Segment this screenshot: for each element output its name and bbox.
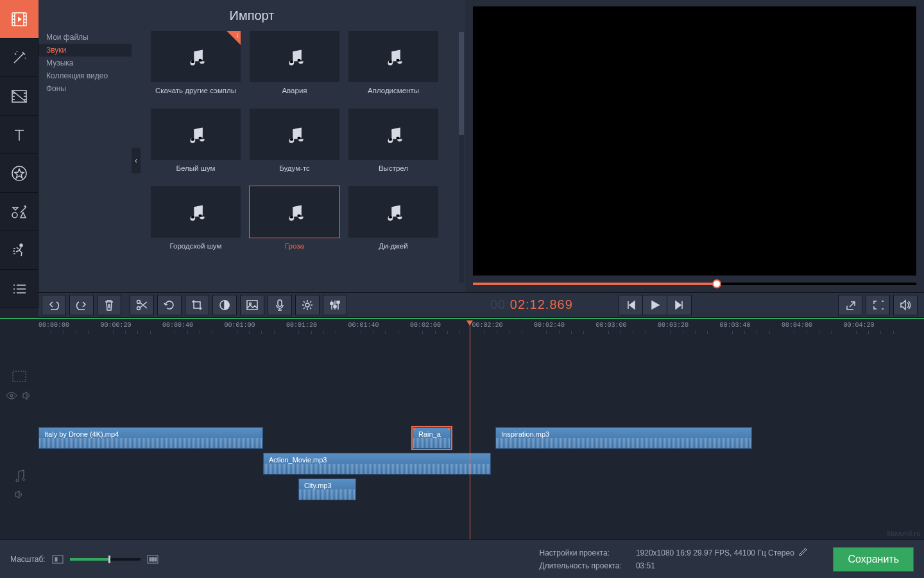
preview-scrub[interactable] [473,283,916,285]
image-button[interactable] [240,295,264,315]
ruler-tick: 00:02:20 [472,322,503,329]
category-item[interactable]: Мои файлы [38,31,132,44]
import-categories: Мои файлыЗвукиМузыкаКоллекция видеоФоны [38,31,132,292]
edit-settings-icon[interactable] [798,548,807,557]
svg-point-14 [297,137,300,139]
tile-label: Авария [250,82,339,103]
import-tile[interactable]: Скачать другие сэмплы [151,31,241,103]
preview-panel [465,0,924,292]
scrollbar[interactable] [459,32,464,283]
duration-label: Длительность проекта: [540,561,622,570]
play-button[interactable] [643,295,667,315]
play-icon [651,300,660,310]
crop-button[interactable] [185,295,209,315]
svg-point-5 [191,60,194,63]
undo-button[interactable] [42,295,66,315]
shapes-arrow-icon [10,204,28,220]
mode-more[interactable] [0,270,38,308]
video-track-icon[interactable] [0,367,38,386]
delete-button[interactable] [97,295,121,315]
svg-point-8 [297,59,300,62]
import-grid: Скачать другие сэмплыАварияАплодисментыБ… [132,31,465,292]
category-item[interactable]: Коллекция видео [38,69,132,82]
svg-point-22 [396,215,399,217]
volume-button[interactable] [893,295,918,315]
prev-button[interactable] [619,295,643,315]
project-info: Настройки проекта: 1920x1080 16:9 29.97 … [540,548,808,570]
mode-import[interactable] [0,0,38,39]
record-audio-button[interactable] [268,295,292,315]
next-button[interactable] [667,295,692,315]
audio-mute-icon[interactable] [0,485,38,504]
clip-label: Italy by Drone (4K).mp4 [44,430,119,438]
preview-video[interactable] [473,6,916,276]
runner-icon [10,242,28,259]
color-button[interactable] [212,295,237,315]
mode-callouts[interactable] [0,193,38,231]
svg-point-6 [198,59,201,62]
svg-rect-33 [13,371,26,381]
tile-label: Ди-джей [348,238,438,259]
crop-icon [191,299,203,311]
clip-label: Action_Movie.mp3 [269,456,327,464]
ruler-tick: 00:00:40 [162,322,193,329]
mode-filters[interactable] [0,39,38,77]
settings-value: 1920x1080 16:9 29.97 FPS, 44100 Гц Стере… [636,548,794,557]
skip-back-icon [626,300,636,310]
split-button[interactable] [130,295,154,315]
import-tile[interactable]: Будум-тс [250,109,339,181]
import-tile[interactable]: Выстрел [348,109,438,181]
collapse-sidebar[interactable]: ‹ [132,148,141,173]
ruler[interactable]: 00:00:0000:00:2000:00:4000:01:0000:01:20… [38,322,924,341]
svg-point-15 [389,138,392,141]
equalizer-button[interactable] [323,295,347,315]
import-tile[interactable]: Белый шум [151,109,241,181]
clip-properties-button[interactable] [295,295,320,315]
rotate-icon [163,299,176,311]
rotate-button[interactable] [157,295,182,315]
timeline-clip[interactable]: Italy by Drone (4K).mp4 [38,427,263,449]
category-item[interactable]: Фоны [38,82,132,95]
fullscreen-button[interactable] [866,295,890,315]
import-tile[interactable]: Ди-джей [348,186,438,259]
import-tile[interactable]: Аплодисменты [348,31,438,103]
mode-animation[interactable] [0,231,38,270]
category-item[interactable]: Музыка [38,57,132,69]
audio-track-icon[interactable] [0,466,38,485]
timeline-clip[interactable]: Rain_a [413,427,451,449]
svg-point-4 [20,244,22,247]
zoom-slider[interactable] [70,558,141,561]
ruler-tick: 00:03:20 [658,322,689,329]
timeline-clip[interactable]: Action_Movie.mp3 [263,453,491,475]
import-tile[interactable]: Авария [250,31,339,103]
sliders-icon [329,299,341,311]
mode-titles[interactable] [0,116,38,154]
import-panel: Импорт Мои файлыЗвукиМузыкаКоллекция вид… [38,0,465,292]
zoom-label: Масштаб: [10,555,46,564]
redo-button[interactable] [69,295,94,315]
wand-icon [11,49,28,66]
ruler-tick: 00:03:00 [596,322,627,329]
save-button[interactable]: Сохранить [833,547,914,572]
gear-icon [301,299,314,311]
svg-point-10 [396,59,399,62]
zoom-control: Масштаб: [10,555,158,564]
import-tile[interactable]: Городской шум [151,186,241,259]
import-tile[interactable]: Гроза [250,186,339,259]
mute-track-icon[interactable] [8,386,46,405]
star-circle-icon [11,165,28,182]
tracks[interactable]: Italy by Drone (4K).mp4Rain_aInspiration… [38,344,924,539]
zoom-out-icon[interactable] [52,555,64,564]
svg-rect-36 [55,557,57,561]
mode-stickers[interactable] [0,154,38,193]
svg-point-19 [290,216,293,218]
mode-transitions[interactable] [0,77,38,116]
popout-button[interactable] [838,295,862,315]
svg-point-9 [389,60,392,63]
timeline-clip[interactable]: City.mp3 [298,478,356,500]
zoom-in-icon[interactable] [147,555,158,564]
timeline-clip[interactable]: Inspiration.mp3 [495,427,752,449]
svg-point-3 [12,213,17,218]
category-item[interactable]: Звуки [38,44,132,57]
playhead[interactable] [470,320,470,539]
